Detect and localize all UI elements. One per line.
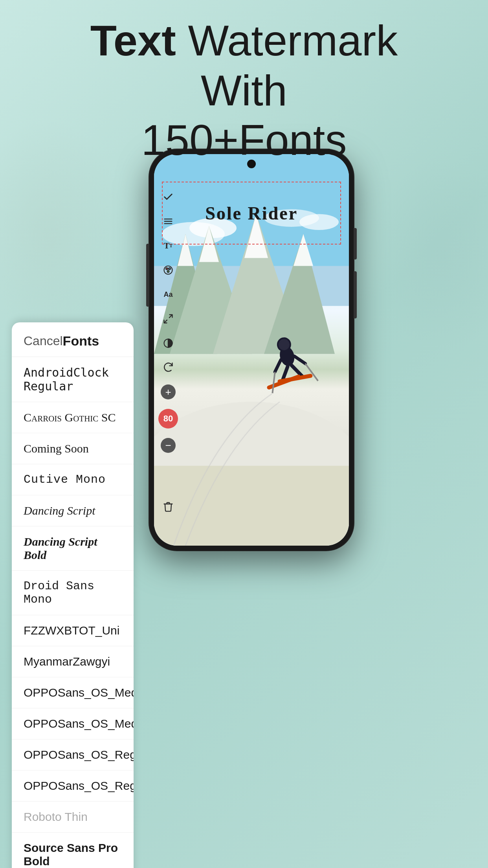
font-list: AndroidClock Regular Carrois Gothic SC C… [12, 357, 134, 868]
svg-line-35 [164, 320, 167, 323]
size-value: 80 [163, 414, 173, 424]
page-title: Text WatermarkWith150+Fonts [31, 16, 457, 165]
rotate-icon[interactable] [161, 360, 176, 375]
side-button-left [146, 244, 149, 307]
watermark-box[interactable]: Sole Rider [162, 182, 341, 245]
font-panel: Cancel Fonts AndroidClock Regular Carroi… [12, 322, 134, 868]
text-size-icon[interactable]: TT [161, 238, 176, 253]
font-item-oppo-medium-2[interactable]: OPPOSans_OS_Medium [12, 708, 134, 739]
font-item-dancing-script[interactable]: Dancing Script [12, 495, 134, 526]
font-item-dancing-script-bold[interactable]: Dancing Script Bold [12, 526, 134, 571]
font-item-myanmar[interactable]: MyanmarZawgyi [12, 646, 134, 677]
delete-icon[interactable] [161, 499, 176, 514]
font-item-carrois[interactable]: Carrois Gothic SC [12, 402, 134, 433]
font-item-androidclock[interactable]: AndroidClock Regular [12, 357, 134, 402]
watermark-text: Sole Rider [205, 203, 298, 224]
font-size-aa-icon[interactable]: Aa [161, 287, 176, 302]
svg-rect-15 [154, 466, 349, 546]
power-button [354, 228, 357, 259]
svg-line-20 [294, 354, 305, 366]
title-bold: Text [90, 16, 176, 64]
phone-screen: Sole Rider TT Aa [154, 154, 349, 546]
font-item-oppo-regular-1[interactable]: OPPOSans_OS_Regular_ [12, 739, 134, 771]
svg-line-34 [169, 315, 172, 318]
font-item-cutive-mono[interactable]: Cutive Mono [12, 464, 134, 495]
menu-icon[interactable] [161, 214, 176, 229]
phone-frame: Sole Rider TT Aa [149, 149, 354, 550]
cancel-button[interactable]: Cancel [24, 334, 63, 348]
svg-line-26 [305, 362, 318, 383]
editor-toolbar: TT Aa + [159, 186, 178, 514]
svg-line-19 [272, 360, 283, 372]
svg-point-32 [169, 268, 171, 270]
size-value-badge: 80 [158, 409, 178, 428]
font-item-coming-soon[interactable]: Coming Soon [12, 433, 134, 464]
svg-point-33 [167, 270, 169, 272]
contrast-icon[interactable] [161, 336, 176, 351]
fonts-title: Fonts [63, 333, 99, 349]
header: Text WatermarkWith150+Fonts [0, 16, 488, 165]
palette-icon[interactable] [161, 263, 176, 278]
title-rest: WatermarkWith150+Fonts [141, 16, 398, 164]
increase-size-button[interactable]: + [161, 384, 176, 399]
font-item-roboto-thin[interactable]: Roboto Thin [12, 802, 134, 833]
phone-wrapper: Sole Rider TT Aa [110, 149, 488, 550]
decrease-size-button[interactable]: − [161, 438, 176, 453]
font-item-source-sans-bold[interactable]: Source Sans Pro Bold [12, 833, 134, 868]
check-icon[interactable] [161, 189, 176, 204]
volume-button [354, 271, 357, 318]
font-item-oppo-medium-1[interactable]: OPPOSans_OS_Medium [12, 677, 134, 708]
font-panel-header: Cancel Fonts [12, 322, 134, 357]
font-item-oppo-regular-2[interactable]: OPPOSans_OS_Regular_ [12, 771, 134, 802]
font-item-droid-sans-mono[interactable]: Droid Sans Mono [12, 571, 134, 615]
expand-icon[interactable] [161, 311, 176, 326]
svg-point-31 [166, 268, 168, 270]
font-item-fzzwxbtot[interactable]: FZZWXBTOT_Uni [12, 615, 134, 646]
